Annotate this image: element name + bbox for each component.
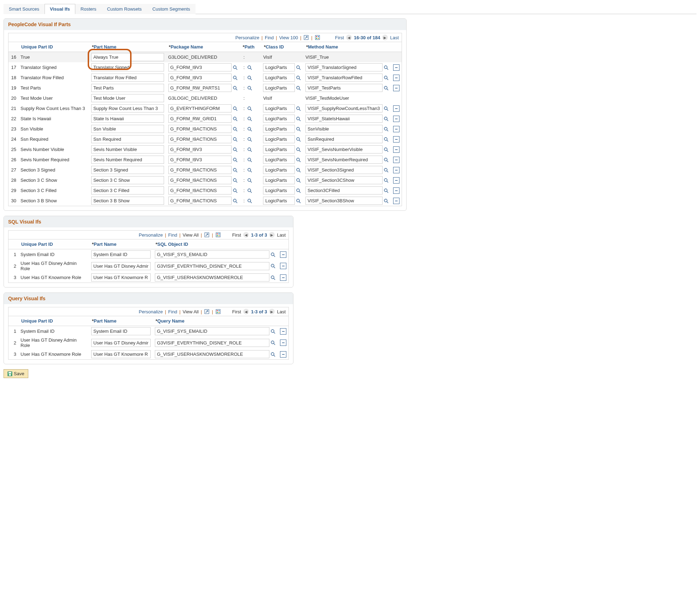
package-name-input[interactable] (168, 186, 232, 195)
delete-row-button[interactable]: − (393, 126, 399, 132)
class-id-input[interactable] (263, 125, 294, 133)
method-name-input[interactable] (305, 176, 383, 184)
nav-prev-icon[interactable]: ◀ (346, 35, 352, 40)
zoom-icon[interactable] (204, 232, 210, 238)
col-part-name[interactable]: *Part Name (89, 42, 166, 52)
method-name-input[interactable] (305, 104, 383, 112)
delete-row-button[interactable]: − (393, 146, 399, 153)
col-unique-part-id[interactable]: Unique Part ID (18, 316, 89, 326)
delete-row-button[interactable]: − (280, 351, 286, 358)
delete-row-button[interactable]: − (393, 75, 399, 81)
delete-row-button[interactable]: − (393, 177, 399, 184)
package-name-input[interactable] (168, 166, 232, 174)
lookup-icon[interactable] (247, 167, 252, 173)
lookup-icon[interactable] (296, 116, 301, 122)
part-name-input[interactable] (91, 186, 164, 195)
part-name-input[interactable] (91, 197, 164, 205)
part-name-input[interactable] (91, 339, 151, 347)
object-id-input[interactable] (155, 350, 269, 358)
tab-visual-ifs[interactable]: Visual Ifs (45, 4, 75, 14)
lookup-icon[interactable] (232, 198, 238, 204)
lookup-icon[interactable] (232, 75, 238, 81)
part-name-input[interactable] (91, 145, 164, 153)
package-name-input[interactable] (168, 197, 232, 205)
col-sql-object-id[interactable]: *SQL Object ID (153, 239, 278, 249)
part-name-input[interactable] (91, 166, 164, 174)
download-icon[interactable] (215, 309, 221, 314)
nav-next-icon[interactable]: ▶ (269, 309, 275, 314)
col-class-id[interactable]: *Class ID (261, 42, 303, 52)
link-find[interactable]: Find (265, 35, 274, 40)
lookup-icon[interactable] (247, 126, 252, 132)
lookup-icon[interactable] (247, 65, 252, 70)
lookup-icon[interactable] (296, 65, 301, 70)
lookup-icon[interactable] (232, 116, 238, 122)
lookup-icon[interactable] (247, 188, 252, 193)
method-name-input[interactable] (305, 125, 383, 133)
lookup-icon[interactable] (247, 147, 252, 152)
delete-row-button[interactable]: − (393, 187, 399, 194)
delete-row-button[interactable]: − (280, 251, 286, 258)
lookup-icon[interactable] (247, 178, 252, 183)
method-name-input[interactable] (305, 135, 383, 143)
lookup-icon[interactable] (270, 329, 276, 334)
lookup-icon[interactable] (296, 106, 301, 111)
lookup-icon[interactable] (232, 167, 238, 173)
lookup-icon[interactable] (296, 137, 301, 142)
col-part-name[interactable]: *Part Name (89, 239, 153, 249)
lookup-icon[interactable] (270, 352, 276, 357)
tab-smart-sources[interactable]: Smart Sources (4, 4, 45, 14)
part-name-input[interactable] (91, 74, 164, 82)
link-find[interactable]: Find (168, 309, 177, 314)
part-name-input[interactable] (91, 94, 164, 102)
lookup-icon[interactable] (270, 275, 276, 280)
method-name-input[interactable] (305, 156, 383, 164)
lookup-icon[interactable] (232, 106, 238, 111)
package-name-input[interactable] (168, 176, 232, 184)
download-icon[interactable] (215, 232, 221, 238)
lookup-icon[interactable] (296, 157, 301, 163)
part-name-input[interactable] (91, 327, 151, 335)
delete-row-button[interactable]: − (393, 64, 399, 71)
col-unique-part-id[interactable]: Unique Part ID (18, 42, 89, 52)
delete-row-button[interactable]: − (393, 157, 399, 163)
link-personalize[interactable]: Personalize (139, 232, 163, 238)
link-find[interactable]: Find (168, 232, 177, 238)
zoom-icon[interactable] (303, 35, 309, 40)
part-name-input[interactable] (91, 84, 164, 92)
col-path[interactable]: *Path (240, 42, 261, 52)
nav-first[interactable]: First (335, 35, 344, 40)
class-id-input[interactable] (263, 186, 294, 195)
part-name-input[interactable] (91, 53, 164, 61)
class-id-input[interactable] (263, 115, 294, 123)
method-name-input[interactable] (305, 186, 383, 195)
part-name-input[interactable] (91, 273, 151, 282)
method-name-input[interactable] (305, 84, 383, 92)
lookup-icon[interactable] (247, 75, 252, 81)
lookup-icon[interactable] (247, 198, 252, 204)
tab-rosters[interactable]: Rosters (75, 4, 102, 14)
package-name-input[interactable] (168, 104, 232, 112)
object-id-input[interactable] (155, 273, 269, 282)
part-name-input[interactable] (91, 262, 151, 270)
lookup-icon[interactable] (232, 85, 238, 91)
part-name-input[interactable] (91, 176, 164, 184)
lookup-icon[interactable] (383, 178, 389, 183)
lookup-icon[interactable] (232, 157, 238, 163)
part-name-input[interactable] (91, 115, 164, 123)
part-name-input[interactable] (91, 350, 151, 358)
lookup-icon[interactable] (383, 106, 389, 111)
delete-row-button[interactable]: − (393, 85, 399, 91)
lookup-icon[interactable] (270, 340, 276, 346)
nav-prev-icon[interactable]: ◀ (243, 309, 249, 314)
part-name-input[interactable] (91, 156, 164, 164)
method-name-input[interactable] (305, 63, 383, 71)
package-name-input[interactable] (168, 74, 232, 82)
lookup-icon[interactable] (383, 147, 389, 152)
delete-row-button[interactable]: − (280, 340, 286, 346)
method-name-input[interactable] (305, 197, 383, 205)
nav-last[interactable]: Last (390, 35, 399, 40)
nav-next-icon[interactable]: ▶ (382, 35, 388, 40)
class-id-input[interactable] (263, 197, 294, 205)
part-name-input[interactable] (91, 250, 151, 259)
